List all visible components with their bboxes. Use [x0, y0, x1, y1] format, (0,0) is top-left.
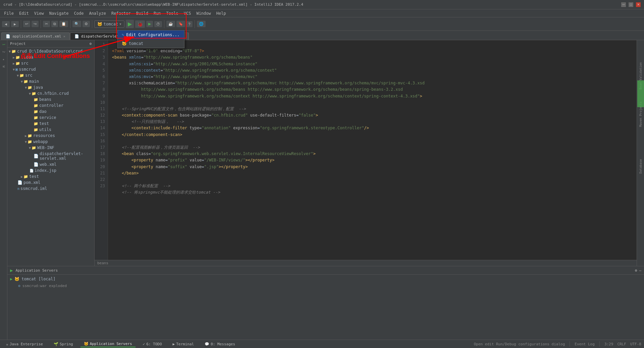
edit-configurations-item[interactable]: ✎ Edit Configurations...	[118, 30, 184, 39]
tree-main[interactable]: ▼ 📁 main	[7, 78, 94, 84]
tree-pom-xml[interactable]: 📄 pom.xml	[7, 180, 94, 186]
project-panel-header: Project ⚙	[7, 40, 94, 48]
line-num-23: 23	[97, 183, 105, 189]
menu-run[interactable]: Run	[151, 10, 164, 16]
app-servers-settings-icon[interactable]: ⚙	[635, 268, 637, 273]
tree-ssmcrud-src[interactable]: ▼ 📁 src	[7, 72, 94, 78]
project-icon[interactable]: 1	[1, 42, 7, 48]
tree-resources[interactable]: ▶ 📁 resources	[7, 133, 94, 139]
status-sep-1	[570, 341, 570, 347]
tab-applicationcontext-close[interactable]: ✕	[63, 34, 65, 38]
tomcat-server-label: tomcat [local]	[21, 277, 55, 281]
tree-beans[interactable]: 📁 beans	[7, 96, 94, 102]
event-log-label[interactable]: Event Log	[575, 342, 595, 346]
browser-button[interactable]: 🌐	[197, 21, 206, 27]
project-settings-icon[interactable]: ⚙	[89, 42, 92, 46]
toolbar-separator-4	[92, 20, 92, 28]
undo-button[interactable]: ↩	[23, 21, 30, 27]
tree-ssmcrud[interactable]: ▼ ▣ ssmcrud	[7, 66, 94, 72]
menu-file[interactable]: File	[1, 10, 16, 16]
menu-view[interactable]: View	[32, 10, 47, 16]
bookmarks-button[interactable]: 🔖	[176, 21, 185, 27]
database-label[interactable]: Database	[638, 157, 643, 176]
cut-button[interactable]: ✂	[43, 21, 50, 27]
redo-button[interactable]: ↪	[32, 21, 39, 27]
tree-index-jsp[interactable]: 📄 index.jsp	[7, 167, 94, 173]
menu-refactor[interactable]: Refactor	[109, 10, 133, 16]
app-servers-run-icon: ▶	[10, 268, 13, 273]
tab-messages[interactable]: 💬 0: Messages	[201, 341, 238, 347]
iml-icon: m	[17, 187, 19, 191]
cursor-position: 3:29	[604, 342, 613, 346]
tree-controller[interactable]: 📁 controller	[7, 102, 94, 109]
close-button[interactable]: ✕	[636, 2, 641, 7]
tab-terminal[interactable]: ▶ Terminal	[169, 341, 198, 347]
menu-window[interactable]: Window	[194, 10, 213, 16]
java-arrow-icon: ▼	[25, 86, 27, 89]
menu-code[interactable]: Code	[71, 10, 87, 16]
tree-test-folder[interactable]: ▶ 📁 test	[7, 173, 94, 180]
ssmcrud-artifact-item[interactable]: ⚙ ssmcrud:war exploded	[7, 283, 644, 289]
tree-src[interactable]: ▶ 📁 src	[7, 60, 94, 66]
back-button[interactable]: ◄	[2, 21, 10, 27]
settings-button[interactable]: ⚙	[83, 21, 90, 27]
copy-button[interactable]: ⧉	[51, 21, 58, 27]
src-arrow-icon: ▶	[13, 62, 15, 65]
coverage-button[interactable]: ▶	[146, 21, 153, 27]
main-folder-icon: 📁	[23, 79, 28, 84]
tree-service[interactable]: 📁 service	[7, 115, 94, 121]
code-area[interactable]: <?xml version="1.0" encoding="UTF-8"?> <…	[108, 40, 637, 260]
app-servers-panel: ▶ Application Servers ⚙ — ▶ 🐱 tomcat [lo…	[7, 266, 644, 340]
line-num-19: 19	[97, 157, 105, 163]
menu-vcs[interactable]: VCS	[181, 10, 194, 16]
tree-webapp[interactable]: ▼ 📁 webapp	[7, 139, 94, 145]
project-title: Project	[10, 42, 25, 46]
tree-crud-root[interactable]: ▼ 📁 crud D:\IdeaDataSource\crud	[7, 48, 94, 54]
menu-edit[interactable]: Edit	[16, 10, 32, 16]
edit-config-label: Edit Configurations...	[126, 32, 179, 37]
tab-todo[interactable]: ✓ 6: TODO	[140, 341, 165, 347]
help-button[interactable]: ?	[186, 21, 193, 27]
tab-java-enterprise[interactable]: ☕ Java Enterprise	[3, 341, 46, 347]
right-sidebar: Bean Validation Maven Projects Database	[637, 40, 644, 266]
menu-build[interactable]: Build	[133, 10, 151, 16]
tree-dao[interactable]: 📁 dao	[7, 109, 94, 115]
favorites-icon[interactable]: ★	[1, 56, 7, 62]
tree-java[interactable]: ▼ 📁 java	[7, 84, 94, 90]
tab-applicationcontext[interactable]: 📄 applicationContext.xml ✕	[1, 32, 70, 40]
find-button[interactable]: 🔍	[72, 21, 81, 27]
debug-button[interactable]: 🐞	[135, 20, 145, 28]
tree-dispatcher-xml[interactable]: 📄 dispatcherServlet-servlet.xml	[7, 151, 94, 161]
menu-help[interactable]: Help	[214, 10, 229, 16]
tabs-bar: 📄 applicationContext.xml ✕ 📄 dispatcherS…	[0, 31, 644, 40]
profile-button[interactable]: ⏱	[154, 21, 162, 27]
forward-button[interactable]: ►	[11, 21, 19, 27]
sdk-button[interactable]: ☕	[166, 21, 175, 27]
line-num-21: 21	[97, 170, 105, 177]
pom-icon: 📄	[17, 180, 22, 185]
run-button[interactable]: ▶	[126, 20, 134, 28]
minimize-button[interactable]: ─	[621, 2, 626, 7]
tree-idea[interactable]: ▶ 📁 .idea	[7, 54, 94, 60]
tab-application-servers[interactable]: 🐱 Application Servers	[80, 341, 136, 347]
maximize-button[interactable]: □	[629, 2, 633, 7]
beans-folder-icon: 📁	[34, 97, 38, 102]
menu-tools[interactable]: Tools	[164, 10, 181, 16]
tree-web-xml[interactable]: 📄 web.xml	[7, 161, 94, 167]
tree-webinf[interactable]: ▼ 📁 WEB-INF	[7, 145, 94, 151]
tree-test[interactable]: 📁 test	[7, 121, 94, 127]
tree-cn-hfbin[interactable]: ▼ 📁 cn.hfbin.crud	[7, 90, 94, 96]
tomcat-server-item[interactable]: ▶ 🐱 tomcat [local]	[7, 275, 644, 283]
tab-spring[interactable]: 🌱 Spring	[50, 341, 76, 347]
tomcat-config-item[interactable]: 🐱 tomcat	[118, 39, 184, 48]
tree-ssmcrud-iml[interactable]: m ssmcrud.iml	[7, 186, 94, 192]
menu-navigate[interactable]: Navigate	[47, 10, 71, 16]
edit-config-icon: ✎	[122, 32, 124, 37]
paste-button[interactable]: 📋	[59, 21, 68, 27]
menu-analyze[interactable]: Analyze	[86, 10, 109, 16]
structure-icon[interactable]: 2	[1, 49, 7, 55]
app-servers-minimize-icon[interactable]: —	[639, 268, 641, 273]
run-config-selector[interactable]: 🐱 tomcat ▼	[94, 20, 124, 28]
web-icon[interactable]: W	[1, 64, 7, 70]
tree-utils[interactable]: 📁 utils	[7, 127, 94, 133]
